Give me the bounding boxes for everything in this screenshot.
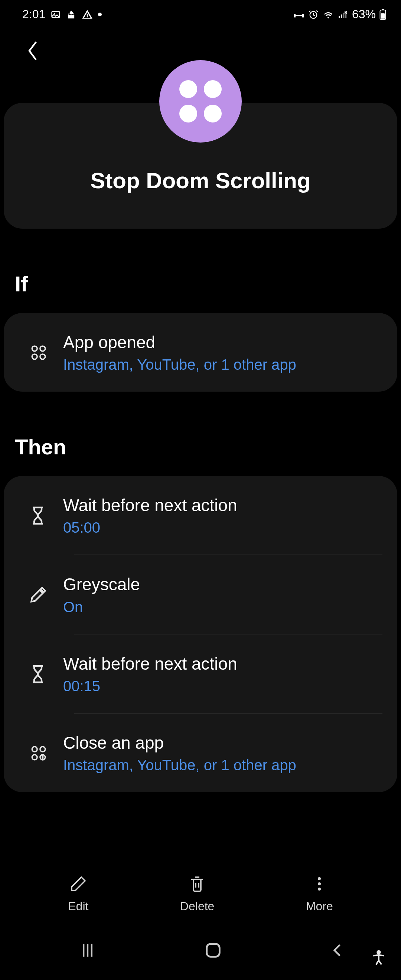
then-card: Wait before next action 05:00 Greyscale …	[4, 476, 397, 792]
then-row-title: Close an app	[63, 733, 382, 753]
battery-percent: 63%	[352, 8, 376, 21]
then-row-title: Wait before next action	[63, 654, 382, 674]
signal-icon: R	[338, 10, 348, 19]
then-row-wait-2[interactable]: Wait before next action 00:15	[4, 635, 397, 713]
hourglass-icon	[22, 664, 63, 684]
then-row-greyscale[interactable]: Greyscale On	[4, 555, 397, 634]
edit-label: Edit	[68, 899, 88, 913]
more-label: More	[306, 899, 333, 913]
if-row-title: App opened	[63, 332, 382, 353]
hourglass-icon	[22, 505, 63, 526]
then-row-subtitle: 00:15	[63, 678, 382, 695]
eyedropper-icon	[22, 585, 63, 604]
svg-rect-5	[382, 9, 384, 10]
trash-icon	[188, 875, 206, 894]
accessibility-button[interactable]	[371, 950, 387, 967]
svg-point-8	[40, 346, 45, 351]
svg-point-12	[40, 746, 45, 752]
svg-point-11	[32, 746, 37, 752]
more-vertical-icon	[310, 875, 328, 894]
close-app-icon	[22, 743, 63, 763]
then-row-title: Greyscale	[63, 574, 382, 595]
svg-point-17	[318, 888, 321, 891]
status-time: 2:01	[22, 8, 45, 21]
bottom-action-bar: Edit Delete More	[0, 875, 401, 913]
then-section-label: Then	[0, 391, 401, 476]
svg-point-10	[40, 354, 45, 360]
svg-point-9	[32, 354, 37, 360]
then-row-close-app[interactable]: Close an app Instagram, YouTube, or 1 ot…	[4, 713, 397, 792]
svg-point-15	[318, 877, 321, 880]
if-section-label: If	[0, 229, 401, 313]
if-card: App opened Instagram, YouTube, or 1 othe…	[4, 313, 397, 391]
svg-rect-18	[207, 944, 220, 957]
status-bar: 2:01 R 63%	[0, 0, 401, 25]
dot-icon	[98, 13, 102, 16]
svg-text:R: R	[344, 10, 347, 14]
then-row-subtitle: On	[63, 599, 382, 616]
svg-point-7	[32, 346, 37, 351]
svg-point-19	[377, 951, 380, 954]
more-button[interactable]: More	[306, 875, 333, 913]
if-row-subtitle: Instagram, YouTube, or 1 other app	[63, 356, 382, 373]
picture-icon	[51, 9, 61, 20]
system-nav-bar	[0, 928, 401, 980]
routine-icon	[159, 60, 242, 143]
svg-point-13	[32, 755, 37, 760]
then-row-wait-1[interactable]: Wait before next action 05:00	[4, 476, 397, 555]
then-row-subtitle: 05:00	[63, 519, 382, 536]
routine-title: Stop Doom Scrolling	[11, 168, 390, 193]
warning-icon	[82, 9, 93, 20]
routine-header-card: Stop Doom Scrolling	[4, 103, 397, 229]
apps-grid-icon	[22, 343, 63, 362]
alarm-icon	[308, 9, 318, 20]
if-row-app-opened[interactable]: App opened Instagram, YouTube, or 1 othe…	[4, 313, 397, 391]
svg-point-16	[318, 882, 321, 885]
dnd-icon	[293, 10, 304, 19]
home-button[interactable]	[204, 941, 223, 960]
back-button[interactable]	[26, 40, 41, 62]
recents-button[interactable]	[78, 941, 97, 960]
edit-button[interactable]: Edit	[68, 875, 88, 913]
delete-button[interactable]: Delete	[180, 875, 215, 913]
battery-icon	[379, 9, 386, 20]
then-row-title: Wait before next action	[63, 495, 382, 515]
wifi-icon	[322, 10, 334, 19]
mosque-icon	[66, 9, 76, 20]
svg-rect-6	[381, 13, 385, 19]
pencil-icon	[69, 875, 87, 894]
nav-back-button[interactable]	[329, 941, 345, 960]
delete-label: Delete	[180, 899, 215, 913]
status-right: R 63%	[293, 8, 386, 21]
then-row-subtitle: Instagram, YouTube, or 1 other app	[63, 757, 382, 773]
status-left: 2:01	[22, 8, 102, 21]
